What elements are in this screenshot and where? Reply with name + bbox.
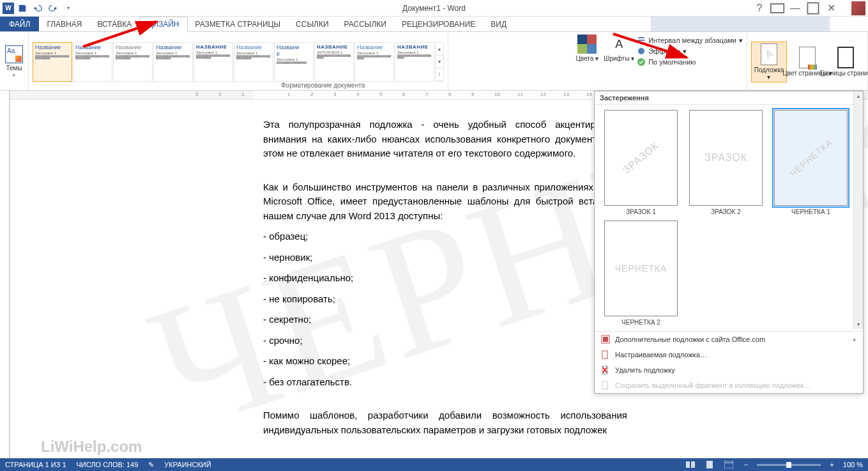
watermark-preset[interactable]: ЗРАЗОК ЗРАЗОК 1 [601,110,681,215]
more-watermarks-office[interactable]: Дополнительные подложки с сайта Office.c… [595,332,863,347]
fonts-button[interactable]: A Шрифты ▾ [605,35,633,62]
watermark-preset[interactable]: ЧЕРНЕТКА ЧЕРНЕТКА 2 [601,220,681,326]
save-button[interactable] [15,1,29,15]
save-selection-to-gallery: Сохранить выделенный фрагмент в коллекци… [595,378,863,393]
tab-mailings[interactable]: РАССЫЛКИ [337,17,394,31]
tab-page-layout[interactable]: РАЗМЕТКА СТРАНИЦЫ [188,17,289,31]
vertical-ruler[interactable] [0,91,10,458]
tab-review[interactable]: РЕЦЕНЗИРОВАНИЕ [394,17,483,31]
document-formatting-gallery[interactable]: НазваниеЗаголовок 1█████████████████████… [33,42,444,82]
watermark-button[interactable]: Подложка▾ [751,42,787,82]
svg-rect-16 [706,461,713,468]
themes-icon [5,45,23,63]
minimize-button[interactable]: — [788,2,803,15]
svg-rect-4 [807,3,818,13]
qat-customize[interactable]: ▾ [61,1,75,15]
style-thumb[interactable]: НазваниеЗаголовок 1█████████████████████… [274,42,314,82]
svg-rect-15 [691,461,695,468]
watermark-preset[interactable]: ЗРАЗОК ЗРАЗОК 2 [686,110,766,215]
popup-header: Застереження [600,94,649,102]
effects-button[interactable]: Эффекты ▾ [637,47,743,56]
svg-rect-10 [603,337,608,342]
document-body[interactable]: Эта полупрозрачная подложка - очень удоб… [263,118,627,444]
tab-file[interactable]: ФАЙЛ [0,17,39,31]
fonts-icon: A [610,35,628,54]
svg-point-5 [638,48,644,54]
style-thumb[interactable]: НазваниеЗаголовок 1█████████████████████… [33,42,72,82]
style-thumb[interactable]: НазваниеЗаголовок 1█████████████████████… [153,42,193,82]
watermark-icon [761,43,777,65]
style-thumb[interactable]: НазваниеЗаголовок 1█████████████████████… [194,42,233,82]
svg-rect-13 [602,382,607,389]
watermark-gallery-popup: Застереження▴ ЗРАЗОК ЗРАЗОК 1 ЗРАЗОК ЗРА… [594,91,864,394]
redo-button[interactable] [46,1,60,15]
page-borders-button[interactable]: Границы страниц [828,45,864,78]
svg-rect-11 [602,351,607,359]
popup-scrollbar[interactable]: ▴▾ [853,91,863,329]
zoom-out-button[interactable]: − [742,461,750,468]
close-button[interactable]: ✕ [823,2,839,15]
tab-home[interactable]: ГЛАВНАЯ [39,17,89,31]
colors-button[interactable]: Цвета ▾ [573,35,601,62]
status-bar: СТРАНИЦА 1 ИЗ 1 ЧИСЛО СЛОВ: 149 ✎ УКРАИН… [0,458,868,471]
status-page[interactable]: СТРАНИЦА 1 ИЗ 1 [5,461,66,468]
custom-watermark[interactable]: Настраиваемая подложка… [595,347,863,362]
zoom-in-button[interactable]: + [827,461,836,468]
zoom-slider[interactable] [757,464,821,466]
svg-rect-3 [771,4,784,13]
svg-rect-14 [686,461,690,468]
ribbon-tabs: ФАЙЛ ГЛАВНАЯ ВСТАВКА ДИЗАЙН РАЗМЕТКА СТР… [0,17,868,32]
themes-button[interactable]: Темы ▾ [4,45,24,78]
window-title: Документ1 - Word [402,4,466,13]
tab-design[interactable]: ДИЗАЙН [139,17,187,32]
help-button[interactable]: ? [752,2,767,15]
style-thumb[interactable]: НазваниеЗаголовок 1█████████████████████… [395,42,434,82]
tab-references[interactable]: ССЫЛКИ [288,17,336,31]
view-web-layout[interactable] [722,459,735,470]
style-thumb[interactable]: НазваниеЗаголовок 1█████████████████████… [354,42,394,82]
style-thumb[interactable]: НазваниеЗаголовок 1█████████████████████… [314,42,354,82]
avatar[interactable] [851,1,865,15]
tab-view[interactable]: ВИД [483,17,514,31]
undo-button[interactable] [31,1,45,15]
set-default-button[interactable]: По умолчанию [637,58,743,66]
view-print-layout[interactable] [703,459,716,470]
svg-rect-17 [724,461,733,468]
page-borders-icon [837,47,854,68]
word-app-icon: W [3,3,14,14]
status-proofing-icon[interactable]: ✎ [148,461,154,469]
page-color-icon [799,47,816,68]
tab-insert[interactable]: ВСТАВКА [89,17,139,31]
style-thumb[interactable]: НазваниеЗаголовок 1█████████████████████… [73,42,112,82]
remove-watermark[interactable]: Удалить подложку [595,362,863,378]
view-read-mode[interactable] [684,459,697,470]
style-thumb[interactable]: НазваниеЗаголовок 1█████████████████████… [234,42,273,82]
status-word-count[interactable]: ЧИСЛО СЛОВ: 149 [77,461,139,468]
colors-icon [577,35,597,54]
style-thumb[interactable]: НазваниеЗаголовок 1█████████████████████… [113,42,153,82]
watermark-preset[interactable]: ЧЕРНЕТКА ЧЕРНЕТКА 1 [771,110,851,215]
group-label-doc-format: Форматирование документа [281,82,365,89]
zoom-level[interactable]: 100 % [843,461,863,468]
paragraph-spacing-button[interactable]: Интервал между абзацами ▾ [637,36,743,45]
status-language[interactable]: УКРАИНСКИЙ [164,461,211,468]
maximize-button[interactable] [805,2,821,15]
ribbon-display-button[interactable] [770,2,785,15]
gallery-scroll[interactable]: ▴▾⁞ [435,42,444,82]
site-watermark: LiWiHelp.com [41,438,142,456]
